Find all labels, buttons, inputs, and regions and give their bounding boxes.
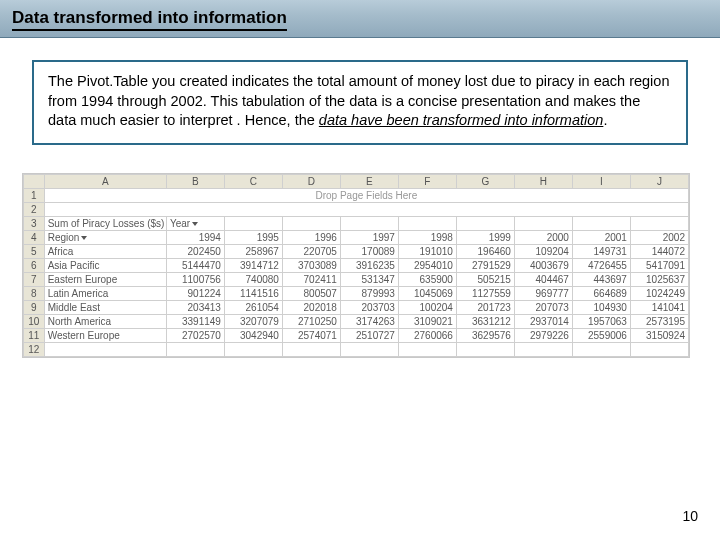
- col-H[interactable]: H: [514, 174, 572, 188]
- row-4-years: 4 Region 1994 1995 1996 1997 1998 1999 2…: [24, 230, 689, 244]
- table-row: 10 North America 3391149 3207079 2710250…: [24, 314, 689, 328]
- sum-label: Sum of Piracy Losses ($s): [44, 216, 166, 230]
- year-1994: 1994: [166, 230, 224, 244]
- table-row: 11 Western Europe 2702570 3042940 257407…: [24, 328, 689, 342]
- col-D[interactable]: D: [282, 174, 340, 188]
- rownum-2[interactable]: 2: [24, 202, 45, 216]
- row-1: 1 Drop Page Fields Here: [24, 188, 689, 202]
- region-dropdown[interactable]: Region: [44, 230, 166, 244]
- col-J[interactable]: J: [630, 174, 688, 188]
- year-1996: 1996: [282, 230, 340, 244]
- rownum-1[interactable]: 1: [24, 188, 45, 202]
- callout-text: The Pivot.Table you created indicates th…: [48, 72, 672, 131]
- year-2000: 2000: [514, 230, 572, 244]
- dropdown-arrow-icon: [81, 236, 87, 240]
- slide-title-bar: Data transformed into information: [0, 0, 720, 38]
- year-2001: 2001: [572, 230, 630, 244]
- region-name: Asia Pacific: [44, 258, 166, 272]
- callout-box: The Pivot.Table you created indicates th…: [32, 60, 688, 145]
- dropdown-arrow-icon: [192, 222, 198, 226]
- col-I[interactable]: I: [572, 174, 630, 188]
- year-2002: 2002: [630, 230, 688, 244]
- table-row: 6 Asia Pacific 5144470 3914712 3703089 3…: [24, 258, 689, 272]
- region-name: Latin America: [44, 286, 166, 300]
- col-E[interactable]: E: [340, 174, 398, 188]
- col-B[interactable]: B: [166, 174, 224, 188]
- page-fields-drop[interactable]: Drop Page Fields Here: [44, 188, 688, 202]
- table-row: 5 Africa 202450 258967 220705 170089 191…: [24, 244, 689, 258]
- corner-cell: [24, 174, 45, 188]
- table-row: 7 Eastern Europe 1100756 740080 702411 5…: [24, 272, 689, 286]
- col-C[interactable]: C: [224, 174, 282, 188]
- slide-title: Data transformed into information: [12, 8, 287, 31]
- col-G[interactable]: G: [456, 174, 514, 188]
- rownum-3[interactable]: 3: [24, 216, 45, 230]
- region-name: Western Europe: [44, 328, 166, 342]
- year-dropdown[interactable]: Year: [166, 216, 224, 230]
- year-1999: 1999: [456, 230, 514, 244]
- year-1997: 1997: [340, 230, 398, 244]
- row-3: 3 Sum of Piracy Losses ($s) Year: [24, 216, 689, 230]
- region-name: Middle East: [44, 300, 166, 314]
- row-12-empty: 12: [24, 342, 689, 356]
- pivot-table-screenshot: A B C D E F G H I J 1 Drop Page Fields H…: [22, 173, 690, 358]
- col-F[interactable]: F: [398, 174, 456, 188]
- col-A[interactable]: A: [44, 174, 166, 188]
- year-1998: 1998: [398, 230, 456, 244]
- column-header-row: A B C D E F G H I J: [24, 174, 689, 188]
- callout-period: .: [603, 112, 607, 128]
- page-number: 10: [682, 508, 698, 524]
- row-2: 2: [24, 202, 689, 216]
- region-name: Africa: [44, 244, 166, 258]
- region-name: Eastern Europe: [44, 272, 166, 286]
- callout-underlined: data have been transformed into informat…: [319, 112, 604, 128]
- table-row: 8 Latin America 901224 1141516 800507 87…: [24, 286, 689, 300]
- blue-separator: [44, 202, 688, 216]
- year-1995: 1995: [224, 230, 282, 244]
- pivot-table: A B C D E F G H I J 1 Drop Page Fields H…: [23, 174, 689, 357]
- table-row: 9 Middle East 203413 261054 202018 20370…: [24, 300, 689, 314]
- rownum-4[interactable]: 4: [24, 230, 45, 244]
- region-name: North America: [44, 314, 166, 328]
